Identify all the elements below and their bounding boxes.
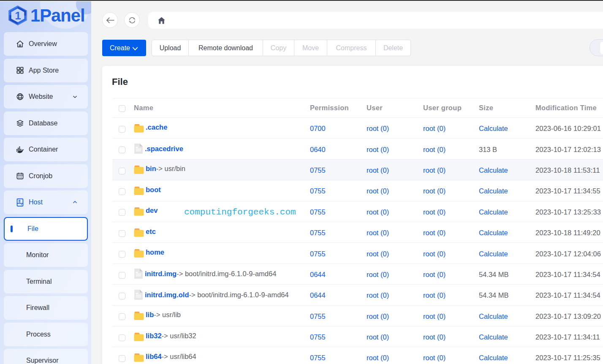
svg-text:1: 1 [15,9,21,22]
